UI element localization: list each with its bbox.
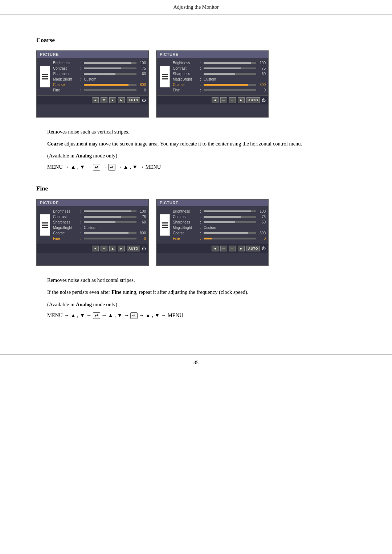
osd-btn-left[interactable]: ◄ — [92, 97, 99, 103]
coarse-desc-block: Removes noise such as vertical stripes. … — [36, 128, 356, 171]
osd-btn-right-r[interactable]: ► — [238, 97, 245, 103]
osd-row-brightness-right: Brightness : 100 — [173, 61, 266, 65]
osd-footer-left: ◄ ▼ ▲ ► AUTO ⏻ — [37, 95, 148, 104]
osd-icon-col-right — [159, 61, 171, 93]
osd-btn-power-r[interactable]: ⏻ — [262, 98, 266, 102]
fine-osd-btn-right-r[interactable]: ► — [238, 246, 245, 251]
fine-desc-block: Removes noise such as horizontal stripes… — [36, 276, 356, 319]
osd-icon-col-left — [39, 61, 51, 93]
fine-osd-btn-auto[interactable]: AUTO — [127, 246, 140, 251]
page-footer: 35 — [0, 354, 392, 371]
osd-row-sharpness-left: Sharpness : 60 — [53, 71, 146, 76]
osd-row-contrast-right: Contrast : 75 — [173, 66, 266, 71]
osd-row-brightness-left: Brightness : 100 — [53, 61, 146, 65]
fine-osd-sharpness-right: Sharpness : 60 — [173, 220, 266, 225]
fine-osd-fine-right: Fine : 0 — [173, 236, 266, 241]
osd-header-right: PICTURE — [157, 51, 268, 58]
osd-rows-right: Brightness : 100 Contrast : 75 — [173, 61, 266, 93]
fine-osd-btn-power[interactable]: ⏻ — [142, 246, 146, 251]
osd-row-sharpness-right: Sharpness : 60 — [173, 71, 266, 76]
osd-row-magicbright-left: MagicBright : Custom — [53, 77, 146, 82]
coarse-desc-para2: Coarse adjustment may move the screen im… — [47, 140, 356, 148]
osd-row-coarse-left: Coarse : 800 — [53, 82, 146, 87]
fine-osd-fine-left: Fine : 0 — [53, 236, 146, 241]
osd-rows-left: Brightness : 100 Contrast : 75 — [53, 61, 146, 93]
fine-osd-btn-horiz-r[interactable]: ↔ — [229, 246, 236, 251]
page-header: Adjusting the Monitor — [0, 0, 392, 15]
fine-monitors-row: PICTURE Brightness : 100 — [36, 199, 356, 266]
fine-osd-body-left: Brightness : 100 Contrast : 75 — [37, 206, 148, 244]
fine-osd-contrast-left: Contrast : 75 — [53, 214, 146, 219]
osd-row-contrast-left: Contrast : 75 — [53, 66, 146, 71]
fine-monitor-right: PICTURE Brightness : 100 — [156, 199, 269, 266]
fine-osd-contrast-right: Contrast : 75 — [173, 214, 266, 219]
osd-row-coarse-right: Coarse : 800 — [173, 82, 266, 87]
fine-monitor-left: PICTURE Brightness : 100 — [36, 199, 149, 266]
coarse-desc-para3: (Available in Analog mode only) — [47, 152, 356, 160]
fine-osd-header-right: PICTURE — [157, 200, 268, 206]
fine-osd-btn-down[interactable]: ▼ — [101, 246, 107, 251]
fine-osd-btn-left[interactable]: ◄ — [92, 246, 99, 251]
osd-btn-power[interactable]: ⏻ — [142, 98, 146, 102]
fine-monitor-icon-right — [160, 214, 170, 236]
coarse-monitors-row: PICTURE Brightness : — [36, 50, 356, 118]
page-number: 35 — [193, 360, 199, 365]
fine-osd-coarse-right: Coarse : 800 — [173, 231, 266, 235]
osd-row-fine-left: Fine : 0 — [53, 88, 146, 93]
osd-btn-horiz-r[interactable]: ↔ — [229, 97, 236, 103]
osd-btn-auto[interactable]: AUTO — [127, 97, 140, 103]
fine-monitor-icon-left — [40, 214, 50, 236]
osd-body-left: Brightness : 100 Contrast : 75 — [37, 58, 148, 95]
fine-osd-magicbright-right: MagicBright : Custom — [173, 225, 266, 230]
fine-desc-para1: Removes noise such as horizontal stripes… — [47, 276, 356, 284]
fine-osd-btn-left-r[interactable]: ◄ — [212, 246, 219, 251]
fine-osd-magicbright-left: MagicBright : Custom — [53, 225, 146, 230]
fine-osd-btn-up[interactable]: ▲ — [109, 246, 116, 251]
page-content: Coarse PICTURE Brightness : — [0, 15, 392, 344]
fine-osd-footer-right: ◄ — ↔ ► AUTO ⏻ — [157, 244, 268, 253]
fine-osd-btn-power-r[interactable]: ⏻ — [262, 246, 266, 251]
fine-osd-coarse-left: Coarse : 800 — [53, 231, 146, 235]
osd-btn-right[interactable]: ► — [118, 97, 125, 103]
osd-btn-minus-r[interactable]: — — [220, 97, 227, 103]
fine-osd-brightness-left: Brightness : 100 — [53, 209, 146, 214]
fine-osd-btn-right[interactable]: ► — [118, 246, 125, 251]
coarse-monitor-right: PICTURE Brightness : 100 — [156, 50, 269, 118]
fine-osd-rows-left: Brightness : 100 Contrast : 75 — [53, 209, 146, 241]
fine-menu-line: MENU → ▲ , ▼ → ↵ → ▲ , ▼ → ↵ → ▲ , ▼ → M… — [47, 312, 356, 319]
osd-btn-up[interactable]: ▲ — [109, 97, 116, 103]
osd-body-right: Brightness : 100 Contrast : 75 — [157, 58, 268, 95]
fine-osd-sharpness-left: Sharpness : 60 — [53, 220, 146, 225]
coarse-menu-line: MENU → ▲ , ▼ → ↵ → ↵ → ▲ , ▼ → MENU — [47, 164, 356, 171]
osd-row-fine-right: Fine : 0 — [173, 88, 266, 93]
fine-desc-para3: (Available in Analog mode only) — [47, 300, 356, 309]
osd-header-left: PICTURE — [37, 51, 148, 58]
fine-osd-body-right: Brightness : 100 Contrast : 75 — [157, 206, 268, 244]
osd-btn-down[interactable]: ▼ — [101, 97, 107, 103]
fine-osd-icon-col-right — [159, 209, 171, 241]
fine-osd-rows-right: Brightness : 100 Contrast : 75 — [173, 209, 266, 241]
fine-osd-footer-left: ◄ ▼ ▲ ► AUTO ⏻ — [37, 244, 148, 253]
fine-osd-btn-auto-r[interactable]: AUTO — [246, 246, 260, 251]
fine-desc-para2: If the noise persists even after Fine tu… — [47, 288, 356, 296]
osd-btn-auto-r[interactable]: AUTO — [246, 97, 260, 103]
osd-footer-right: ◄ — ↔ ► AUTO ⏻ — [157, 95, 268, 104]
fine-section-title: Fine — [36, 185, 356, 192]
osd-btn-left-r[interactable]: ◄ — [212, 97, 219, 103]
monitor-icon-right — [160, 66, 170, 87]
fine-osd-header-left: PICTURE — [37, 200, 148, 206]
monitor-icon-left — [40, 66, 50, 87]
fine-osd-brightness-right: Brightness : 100 — [173, 209, 266, 214]
coarse-desc-para1: Removes noise such as vertical stripes. — [47, 128, 356, 136]
fine-osd-icon-col-left — [39, 209, 51, 241]
coarse-section-title: Coarse — [36, 37, 356, 44]
coarse-monitor-left: PICTURE Brightness : — [36, 50, 149, 118]
osd-row-magicbright-right: MagicBright : Custom — [173, 77, 266, 82]
header-title: Adjusting the Monitor — [173, 4, 219, 10]
fine-osd-btn-minus-r[interactable]: — — [220, 246, 227, 251]
